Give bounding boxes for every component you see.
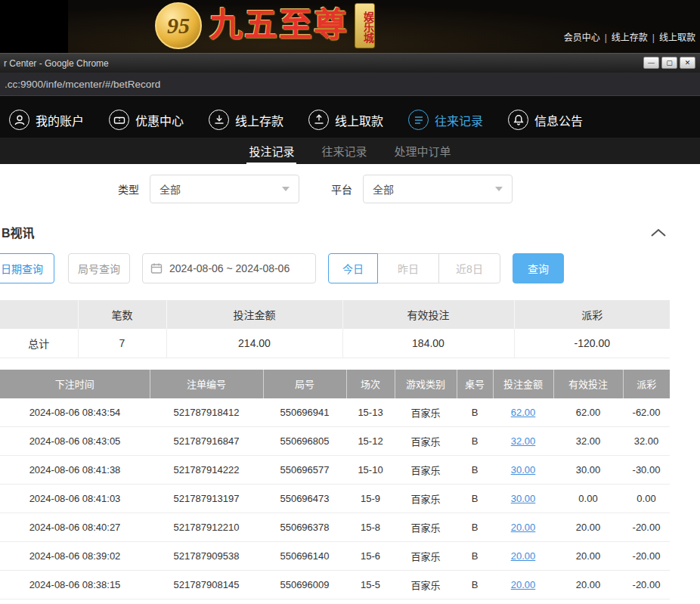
banner-links: 会员中心|线上存款|线上取款 bbox=[562, 30, 698, 43]
col-header-payout: 派彩 bbox=[623, 370, 670, 398]
window-title: r Center - Google Chrome bbox=[4, 58, 109, 69]
nav-item-records[interactable]: 往来记录 bbox=[408, 110, 483, 130]
bet-payout: 32.00 bbox=[623, 427, 670, 456]
close-icon[interactable]: ✕ bbox=[680, 57, 695, 69]
user-icon bbox=[9, 110, 29, 130]
bet-session: 15-13 bbox=[346, 398, 395, 427]
bet-valid-amount: 20.00 bbox=[553, 571, 623, 599]
screen: 95 九五至尊 娱乐城 会员中心|线上存款|线上取款 r Center - Go… bbox=[0, 0, 700, 604]
summary-total-row: 总计 7 214.00 184.00 -120.00 bbox=[0, 329, 670, 358]
col-header-valid-bet: 有效投注 bbox=[553, 370, 623, 398]
section-title: B视讯 bbox=[2, 223, 35, 241]
bet-round-id: 550696941 bbox=[263, 398, 346, 427]
platform-filter-select[interactable]: 全部 bbox=[363, 175, 513, 203]
site-logo: 95 九五至尊 娱乐城 bbox=[155, 2, 375, 49]
table-row: 2024-08-06 08:43:54 521787918412 5506969… bbox=[0, 398, 670, 427]
nav-item-announcements[interactable]: 信息公告 bbox=[508, 110, 583, 130]
maximize-icon[interactable]: ▢ bbox=[661, 57, 677, 69]
bet-game-type: 百家乐 bbox=[395, 456, 457, 485]
last-8-days-button[interactable]: 近8日 bbox=[438, 253, 500, 283]
chevron-up-icon[interactable] bbox=[650, 228, 667, 237]
bet-time: 2024-08-06 08:43:05 bbox=[0, 427, 150, 456]
bet-amount-link[interactable]: 20.00 bbox=[511, 522, 536, 533]
yesterday-button[interactable]: 昨日 bbox=[377, 253, 439, 283]
nav-label: 我的账户 bbox=[36, 111, 84, 129]
bet-table-no: B bbox=[457, 542, 493, 571]
round-query-button[interactable]: 局号查询 bbox=[68, 253, 130, 283]
bet-table-no: B bbox=[457, 427, 493, 456]
nav-label: 往来记录 bbox=[435, 111, 483, 129]
bet-amount-link[interactable]: 20.00 bbox=[511, 550, 536, 562]
bet-order-id: 521787914222 bbox=[150, 456, 263, 485]
date-query-button[interactable]: 日期查询 bbox=[0, 253, 54, 283]
promo-icon bbox=[109, 110, 129, 130]
bet-session: 15-10 bbox=[346, 456, 395, 485]
platform-filter-label: 平台 bbox=[331, 181, 352, 197]
window-titlebar[interactable]: r Center - Google Chrome — ▢ ✕ bbox=[0, 53, 700, 73]
record-tabs: 投注记录 往来记录 处理中订单 bbox=[0, 138, 700, 164]
bet-game-type: 百家乐 bbox=[395, 398, 457, 427]
today-button[interactable]: 今日 bbox=[328, 253, 378, 283]
member-nav: 我的账户 优惠中心 线上存款 线上取款 往来记录 bbox=[0, 96, 700, 138]
bet-time: 2024-08-06 08:40:27 bbox=[0, 513, 150, 542]
bet-session: 15-9 bbox=[346, 485, 395, 513]
bet-round-id: 550696805 bbox=[263, 427, 346, 456]
chevron-down-icon bbox=[282, 187, 290, 191]
address-bar[interactable]: .cc:9900/infe/mcenter/#/betRecord bbox=[0, 73, 700, 96]
bet-session: 15-5 bbox=[346, 571, 395, 599]
nav-item-withdraw[interactable]: 线上取款 bbox=[308, 110, 383, 130]
nav-label: 信息公告 bbox=[534, 111, 583, 129]
col-header-bet-amount: 投注金额 bbox=[493, 370, 553, 398]
bet-session: 15-12 bbox=[346, 427, 395, 456]
tab-transaction-record[interactable]: 往来记录 bbox=[319, 138, 369, 164]
logo-title: 九五至尊 bbox=[209, 9, 348, 42]
banner-left-strip bbox=[0, 0, 68, 53]
records-icon bbox=[408, 110, 429, 130]
tab-bet-record[interactable]: 投注记录 bbox=[246, 138, 296, 164]
bet-round-id: 550696473 bbox=[263, 485, 346, 513]
nav-item-deposit[interactable]: 线上存款 bbox=[209, 110, 283, 130]
banner-link-member[interactable]: 会员中心 bbox=[564, 33, 600, 43]
bet-amount-link[interactable]: 62.00 bbox=[511, 407, 536, 418]
bet-valid-amount: 20.00 bbox=[553, 542, 623, 571]
bet-valid-amount: 30.00 bbox=[553, 456, 623, 485]
logo-coin-icon: 95 bbox=[155, 2, 202, 49]
bet-game-type: 百家乐 bbox=[395, 427, 457, 456]
col-header-table-no: 桌号 bbox=[457, 370, 493, 398]
bet-game-type: 百家乐 bbox=[395, 542, 457, 571]
date-range-picker[interactable]: 2024-08-06 ~ 2024-08-06 bbox=[142, 253, 316, 283]
bet-time: 2024-08-06 08:39:02 bbox=[0, 542, 150, 571]
bet-game-type: 百家乐 bbox=[395, 513, 457, 542]
bet-session: 15-6 bbox=[346, 542, 395, 571]
withdraw-icon bbox=[308, 110, 329, 130]
table-row: 2024-08-06 08:39:02 521787909538 5506961… bbox=[0, 542, 670, 571]
platform-filter-value: 全部 bbox=[373, 181, 394, 197]
window-controls: — ▢ ✕ bbox=[643, 57, 695, 69]
bet-amount-link[interactable]: 20.00 bbox=[511, 579, 536, 590]
bet-table-no: B bbox=[457, 513, 493, 542]
banner-link-deposit[interactable]: 线上存款 bbox=[612, 33, 648, 43]
summary-total-label: 总计 bbox=[0, 329, 78, 358]
bet-table-no: B bbox=[457, 485, 493, 513]
bet-records-table: 下注时间 注单编号 局号 场次 游戏类别 桌号 投注金额 有效投注 派彩 202… bbox=[0, 370, 670, 600]
nav-item-promotions[interactable]: 优惠中心 bbox=[109, 110, 184, 130]
bet-game-type: 百家乐 bbox=[395, 485, 457, 513]
bet-order-id: 521787916847 bbox=[150, 427, 263, 456]
bet-order-id: 521787908145 bbox=[150, 571, 263, 599]
bet-amount-link[interactable]: 32.00 bbox=[511, 435, 536, 447]
col-header-order-id: 注单编号 bbox=[150, 370, 263, 398]
summary-header: 投注金额 bbox=[166, 300, 342, 329]
tab-processing-orders[interactable]: 处理中订单 bbox=[392, 138, 454, 164]
bet-game-type: 百家乐 bbox=[395, 571, 457, 599]
minimize-icon[interactable]: — bbox=[643, 57, 659, 69]
type-filter-select[interactable]: 全部 bbox=[150, 175, 299, 203]
table-row: 2024-08-06 08:40:27 521787912210 5506963… bbox=[0, 513, 670, 542]
summary-header: 有效投注 bbox=[342, 300, 514, 329]
nav-item-my-account[interactable]: 我的账户 bbox=[9, 110, 84, 130]
bet-amount-link[interactable]: 30.00 bbox=[511, 464, 536, 475]
banner-link-withdraw[interactable]: 线上取款 bbox=[659, 33, 695, 43]
search-button[interactable]: 查询 bbox=[513, 253, 564, 283]
bet-table-body: 2024-08-06 08:43:54 521787918412 5506969… bbox=[0, 398, 670, 599]
deposit-icon bbox=[209, 110, 229, 130]
bet-amount-link[interactable]: 30.00 bbox=[511, 493, 536, 504]
